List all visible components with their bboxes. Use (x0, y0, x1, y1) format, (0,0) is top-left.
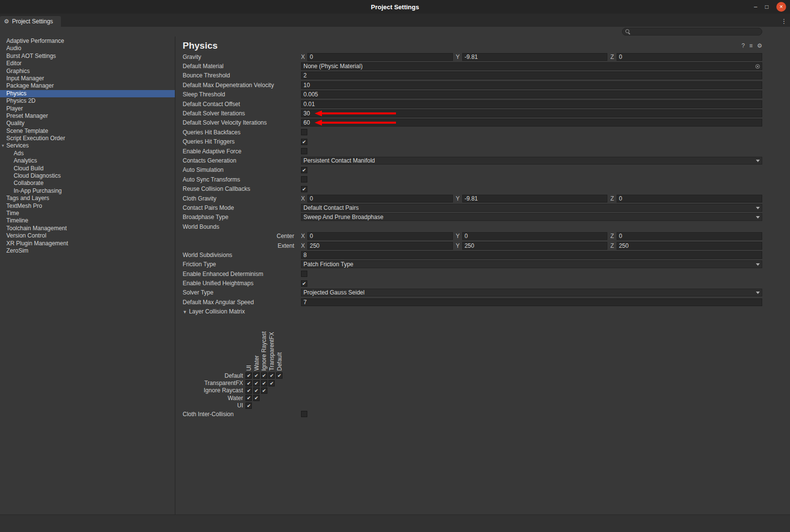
value-input-default-solver-velocity-iterations[interactable] (301, 119, 762, 127)
sidebar-item-services[interactable]: ▼Services (0, 142, 175, 149)
value-input-sleep-threshold[interactable] (301, 91, 762, 98)
sidebar-item-audio[interactable]: Audio (0, 45, 175, 52)
checkbox-enable-adaptive-force[interactable] (301, 148, 307, 154)
sidebar-item-physics[interactable]: Physics (0, 90, 175, 97)
value-input-gravity-z[interactable] (617, 53, 762, 61)
minimize-button[interactable]: – (754, 4, 757, 10)
setting-row-world-subdivisions: World Subdivisions (183, 250, 762, 259)
matrix-checkbox-default-2[interactable]: ✔ (261, 372, 267, 379)
value-input-extent-z[interactable] (617, 242, 762, 250)
sidebar-item-quality[interactable]: Quality (0, 120, 175, 127)
sidebar-item-scene-template[interactable]: Scene Template (0, 128, 175, 135)
sidebar-item-input-manager[interactable]: Input Manager (0, 75, 175, 82)
sidebar-item-player[interactable]: Player (0, 105, 175, 112)
dropdown-friction-type[interactable]: Patch Friction Type (301, 260, 762, 268)
sidebar-item-adaptive-performance[interactable]: Adaptive Performance (0, 37, 175, 45)
titlebar: Project Settings – □ × (0, 0, 790, 14)
matrix-checkbox-transparentfx-0[interactable]: ✔ (245, 380, 252, 386)
sidebar-item-burst-aot-settings[interactable]: Burst AOT Settings (0, 53, 175, 60)
sidebar-item-timeline[interactable]: Timeline (0, 217, 175, 224)
setting-row-cloth-inter-collision: Cloth Inter-Collision (183, 409, 762, 419)
value-input-center-z[interactable] (617, 232, 762, 240)
gear-icon[interactable]: ⚙ (757, 42, 762, 49)
checkbox-enable-enhanced-determinism[interactable] (301, 271, 307, 277)
value-input-gravity-x[interactable] (307, 53, 453, 61)
checkbox-auto-sync-transforms[interactable] (301, 176, 307, 183)
axis-label-y: Y (456, 54, 460, 60)
value-input-cloth-gravity-z[interactable] (617, 195, 762, 202)
sidebar-item-toolchain-management[interactable]: Toolchain Management (0, 225, 175, 232)
value-input-default-max-depenetration-velocity[interactable] (301, 81, 762, 89)
sidebar-item-tags-and-layers[interactable]: Tags and Layers (0, 195, 175, 202)
vector-field-y: Y (456, 53, 608, 61)
value-input-default-max-angular-speed[interactable] (301, 298, 762, 306)
object-field-default-material[interactable]: None (Physic Material) (301, 62, 762, 70)
matrix-checkbox-water-1[interactable]: ✔ (253, 395, 260, 401)
matrix-checkbox-ignore-raycast-1[interactable]: ✔ (253, 387, 260, 394)
value-input-cloth-gravity-x[interactable] (307, 195, 453, 202)
sidebar-item-graphics[interactable]: Graphics (0, 68, 175, 75)
close-button[interactable]: × (776, 2, 786, 12)
maximize-button[interactable]: □ (765, 4, 769, 10)
value-input-bounce-threshold[interactable] (301, 72, 762, 79)
checkbox-auto-simulation[interactable]: ✔ (301, 167, 307, 173)
matrix-checkbox-ui-0[interactable]: ✔ (245, 403, 252, 409)
checkbox-reuse-collision-callbacks[interactable]: ✔ (301, 186, 307, 192)
matrix-checkbox-default-4[interactable]: ✔ (276, 372, 282, 379)
value-input-extent-x[interactable] (307, 242, 453, 250)
object-picker-icon[interactable] (754, 63, 761, 69)
value-input-world-subdivisions[interactable] (301, 251, 762, 259)
dropdown-contacts-generation[interactable]: Persistent Contact Manifold (301, 157, 762, 165)
checkbox-queries-hit-backfaces[interactable] (301, 129, 307, 135)
sidebar-item-collaborate[interactable]: Collaborate (0, 180, 175, 187)
sidebar-item-zerosim[interactable]: ZeroSim (0, 247, 175, 255)
matrix-checkbox-transparentfx-1[interactable]: ✔ (253, 380, 260, 386)
sidebar-item-analytics[interactable]: Analytics (0, 157, 175, 165)
sidebar-item-time[interactable]: Time (0, 210, 175, 217)
sidebar-item-cloud-diagnostics[interactable]: Cloud Diagnostics (0, 172, 175, 180)
matrix-checkbox-transparentfx-3[interactable]: ✔ (268, 380, 275, 386)
value-input-center-x[interactable] (307, 232, 453, 240)
dropdown-broadphase-type[interactable]: Sweep And Prune Broadphase (301, 213, 762, 221)
sidebar-item-version-control[interactable]: Version Control (0, 232, 175, 239)
sidebar-item-script-execution-order[interactable]: Script Execution Order (0, 135, 175, 142)
value-input-default-solver-iterations[interactable] (301, 110, 762, 117)
value-input-cloth-gravity-y[interactable] (462, 195, 608, 202)
checkbox-enable-unified-heightmaps[interactable]: ✔ (301, 280, 307, 287)
dropdown-contact-pairs-mode[interactable]: Default Contact Pairs (301, 204, 762, 212)
value-input-default-contact-offset[interactable] (301, 100, 762, 108)
matrix-checkbox-water-0[interactable]: ✔ (245, 395, 252, 401)
matrix-checkbox-ignore-raycast-2[interactable]: ✔ (261, 387, 267, 394)
value-input-extent-y[interactable] (462, 242, 608, 250)
matrix-checkbox-transparentfx-2[interactable]: ✔ (261, 380, 267, 386)
matrix-checkbox-ignore-raycast-0[interactable]: ✔ (245, 387, 252, 394)
foldout-triangle-icon[interactable]: ▼ (183, 310, 187, 314)
sidebar-item-label: Graphics (6, 68, 30, 74)
value-input-gravity-y[interactable] (462, 53, 608, 61)
preset-icon[interactable]: ≡ (749, 42, 752, 49)
matrix-checkbox-default-1[interactable]: ✔ (253, 372, 260, 379)
sidebar-item-xr-plugin-management[interactable]: XR Plugin Management (0, 240, 175, 247)
foldout-triangle-icon[interactable]: ▼ (1, 142, 5, 149)
dropdown-solver-type[interactable]: Projected Gauss Seidel (301, 289, 762, 296)
sidebar-item-package-manager[interactable]: Package Manager (0, 82, 175, 90)
matrix-checkbox-default-0[interactable]: ✔ (245, 372, 252, 379)
search-input[interactable] (633, 29, 759, 35)
sidebar-item-editor[interactable]: Editor (0, 60, 175, 67)
sidebar-item-ads[interactable]: Ads (0, 150, 175, 157)
checkbox-cloth-inter-collision[interactable] (301, 411, 307, 417)
kebab-menu-icon[interactable]: ⋮ (781, 18, 787, 25)
value-input-center-y[interactable] (462, 232, 608, 240)
setting-row-cloth-gravity: Cloth GravityXYZ (183, 194, 762, 203)
sidebar-item-physics-2d[interactable]: Physics 2D (0, 97, 175, 105)
sidebar-item-preset-manager[interactable]: Preset Manager (0, 112, 175, 120)
sidebar-item-in-app-purchasing[interactable]: In-App Purchasing (0, 187, 175, 195)
checkbox-queries-hit-triggers[interactable]: ✔ (301, 139, 307, 145)
sidebar-item-textmesh-pro[interactable]: TextMesh Pro (0, 202, 175, 210)
sidebar-item-cloud-build[interactable]: Cloud Build (0, 165, 175, 172)
help-icon[interactable]: ? (742, 42, 745, 49)
search-box[interactable] (622, 28, 762, 36)
tab-project-settings[interactable]: ⚙ Project Settings (0, 16, 61, 27)
matrix-checkbox-default-3[interactable]: ✔ (268, 372, 275, 379)
setting-label: Friction Type (183, 261, 301, 268)
